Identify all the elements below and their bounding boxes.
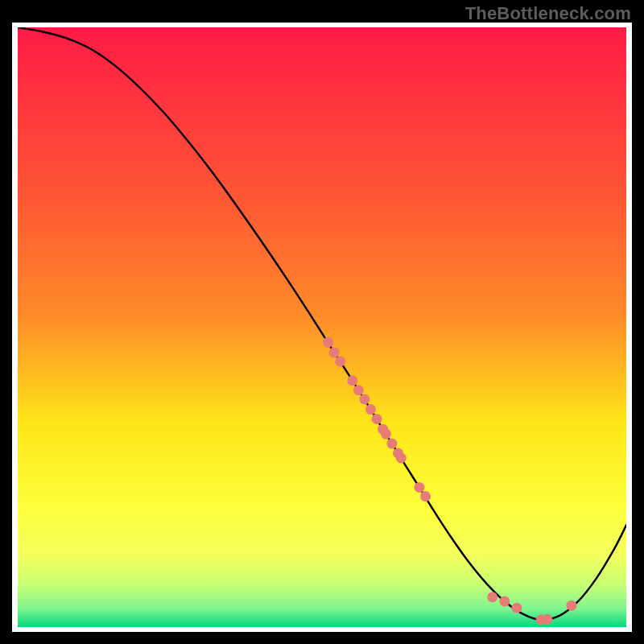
data-dot xyxy=(381,429,391,440)
data-dot xyxy=(353,385,364,395)
data-dot xyxy=(499,596,510,606)
data-dot xyxy=(542,614,552,625)
data-dot xyxy=(511,603,522,613)
data-dot xyxy=(323,337,333,348)
data-dot xyxy=(365,404,376,415)
data-dot xyxy=(386,439,397,449)
data-dot xyxy=(420,491,431,502)
data-dot xyxy=(414,482,424,493)
data-dot xyxy=(487,592,497,602)
plot-area xyxy=(18,27,626,627)
watermark-text: TheBottleneck.com xyxy=(465,3,631,24)
data-dot xyxy=(566,601,576,611)
chart-svg xyxy=(18,27,626,627)
data-dot xyxy=(347,375,357,386)
data-dot xyxy=(359,394,369,404)
data-dot xyxy=(335,356,345,366)
data-dot xyxy=(396,452,407,463)
data-dot xyxy=(372,414,382,424)
data-dot xyxy=(329,347,340,357)
svg-rect-0 xyxy=(18,27,626,627)
